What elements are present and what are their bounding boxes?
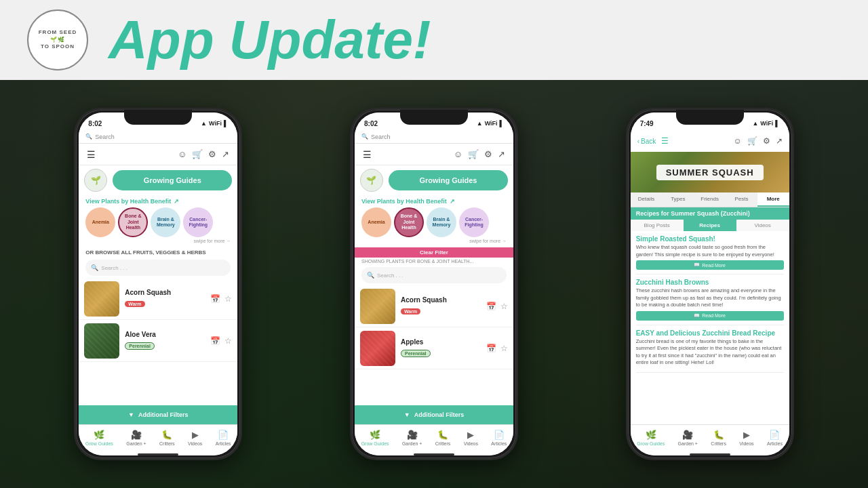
leaf-icon-2: 🌿	[370, 430, 380, 440]
swipe-hint: swipe for more →	[85, 237, 231, 245]
star-icon[interactable]: ☆	[500, 302, 508, 311]
phone-1: 8:02 ▲ WiFi ▌ 🔍 Search ☰ ☺ 🛒 ⚙ ↗	[74, 108, 242, 460]
share-icon[interactable]: ↗	[222, 149, 229, 159]
bubble-brain-memory-2[interactable]: Brain & Memory	[427, 207, 456, 237]
phone-1-plant-list: Acorn Squash Warm 📅 ☆ Aloe Vera Perennia…	[79, 278, 237, 405]
leaf-icon-3: 🌿	[646, 430, 656, 440]
phone-2-nav: ☰ ☺ 🛒 ⚙ ↗	[355, 144, 513, 165]
additional-filters-bar-2[interactable]: ▼ Additional Filters	[355, 405, 513, 424]
plant-info-acorn-2: Acorn Squash Warm	[401, 296, 481, 316]
back-button[interactable]: ‹ Back ☰	[637, 136, 669, 146]
nav-garden-2[interactable]: 🎥 Garden +	[402, 430, 422, 446]
plant-info-acorn: Acorn Squash Warm	[125, 289, 205, 308]
phone-3-header: ‹ Back ☰ ☺ 🛒 ⚙ ↗	[631, 130, 789, 152]
article-icon: 📄	[218, 430, 229, 440]
search-placeholder-2: Search . . .	[377, 272, 403, 279]
calendar-icon[interactable]: 📅	[486, 344, 496, 353]
nav-articles-2[interactable]: 📄 Articles	[491, 430, 507, 446]
nav-critters-2[interactable]: 🐛 Critters	[435, 430, 451, 446]
nav-grow-guides-3[interactable]: 🌿 Grow Guides	[637, 430, 665, 446]
health-title-2: View Plants by Health Benefit ↗	[361, 198, 507, 205]
squash-banner: SUMMER SQUASH	[631, 152, 789, 192]
nav-videos-2[interactable]: ▶ Videos	[464, 430, 478, 446]
emoji-icon[interactable]: ☺	[454, 149, 462, 159]
nav-videos[interactable]: ▶ Videos	[188, 430, 202, 446]
recipe-simple-roasted: Simple Roasted Squash! Who knew that squ…	[636, 231, 784, 274]
bubble-bone-joint-2[interactable]: Bone & Joint Health	[394, 207, 424, 237]
recipe-tab-recipes[interactable]: Recipes	[684, 220, 736, 231]
growing-guides-header-2: 🌱 Growing Guides	[355, 165, 513, 195]
emoji-icon[interactable]: ☺	[178, 149, 186, 159]
nav-critters[interactable]: 🐛 Critters	[159, 430, 175, 446]
bubble-cancer-fighting-2[interactable]: Cancer-Fighting	[459, 207, 489, 237]
recipe-tab-blog[interactable]: Blog Posts	[631, 220, 684, 231]
hamburger-icon-3[interactable]: ☰	[661, 136, 669, 146]
phone-3-bottom-nav: 🌿 Grow Guides 🎥 Garden + 🐛 Critters ▶ Vi…	[631, 424, 789, 453]
share-icon[interactable]: ↗	[498, 149, 505, 159]
settings-icon-3[interactable]: ⚙	[763, 136, 770, 146]
tab-details[interactable]: Details	[631, 192, 663, 207]
bubble-anemia[interactable]: Anemia	[85, 207, 115, 237]
health-title: View Plants by Health Benefit ↗	[85, 198, 231, 205]
nav-grow-guides-2[interactable]: 🌿 Grow Guides	[361, 430, 389, 446]
search-icon: 🔍	[85, 134, 92, 140]
growing-guides-button-2[interactable]: Growing Guides	[389, 170, 508, 190]
calendar-icon[interactable]: 📅	[210, 294, 220, 304]
tab-friends[interactable]: Friends	[694, 192, 726, 207]
nav-videos-3[interactable]: ▶ Videos	[739, 430, 753, 446]
growing-guides-button[interactable]: Growing Guides	[113, 170, 232, 190]
content-area: 8:02 ▲ WiFi ▌ 🔍 Search ☰ ☺ 🛒 ⚙ ↗	[0, 80, 868, 488]
plant-actions-aloe: 📅 ☆	[210, 336, 232, 346]
nav-articles[interactable]: 📄 Articles	[216, 430, 231, 446]
emoji-icon-3[interactable]: ☺	[733, 136, 741, 146]
share-icon-3[interactable]: ↗	[776, 136, 783, 146]
plant-thumb-apples	[360, 331, 395, 366]
tab-pests[interactable]: Pests	[726, 192, 757, 207]
recipe-list: Simple Roasted Squash! Who knew that squ…	[631, 231, 789, 424]
cart-icon[interactable]: 🛒	[192, 149, 203, 159]
settings-icon[interactable]: ⚙	[484, 149, 492, 159]
recipe-title-2: Zucchini Hash Browns	[636, 279, 784, 286]
cart-icon-3[interactable]: 🛒	[747, 136, 757, 146]
phone-3-screen: 7:49 ▲ WiFi ▌ ‹ Back ☰ ☺ 🛒 ⚙ ↗	[631, 113, 789, 455]
plant-info-apples: Apples Perennial	[401, 338, 481, 358]
phone-1-plant-search[interactable]: 🔍 Search . . .	[85, 260, 231, 276]
additional-filters-bar[interactable]: ▼ Additional Filters	[79, 405, 237, 424]
phone-2-plant-search[interactable]: 🔍 Search . . .	[361, 267, 507, 283]
star-icon[interactable]: ☆	[500, 344, 508, 353]
star-icon[interactable]: ☆	[224, 336, 232, 346]
calendar-icon[interactable]: 📅	[210, 336, 220, 346]
critter-icon-3: 🐛	[713, 430, 724, 440]
bubble-bone-joint[interactable]: Bone & Joint Health	[118, 207, 148, 237]
phone-1-search-bar[interactable]: 🔍 Search	[79, 130, 237, 144]
filters-label-2: Additional Filters	[414, 411, 465, 418]
read-more-btn-1[interactable]: 📖 Read More	[636, 260, 784, 270]
nav-grow-guides[interactable]: 🌿 Grow Guides	[85, 430, 113, 446]
hamburger-icon[interactable]: ☰	[363, 149, 372, 160]
logo-plant-icon: 🌱🌿	[50, 37, 65, 43]
clear-filter-bar[interactable]: Clear Filter	[355, 247, 513, 258]
bubble-brain-memory[interactable]: Brain & Memory	[151, 207, 180, 237]
tab-types[interactable]: Types	[662, 192, 694, 207]
nav-garden-3[interactable]: 🎥 Garden +	[678, 430, 698, 446]
hamburger-icon[interactable]: ☰	[87, 149, 96, 160]
plant-item-acorn-2: Acorn Squash Warm 📅 ☆	[355, 285, 513, 327]
phone-2-search-bar[interactable]: 🔍 Search	[355, 130, 513, 144]
bubble-cancer-fighting[interactable]: Cancer-Fighting	[183, 207, 213, 237]
recipe-tab-videos[interactable]: Videos	[736, 220, 789, 231]
nav-garden[interactable]: 🎥 Garden +	[126, 430, 146, 446]
plant-thumb-acorn	[84, 281, 119, 317]
bubble-anemia-2[interactable]: Anemia	[361, 207, 391, 237]
nav-critters-3[interactable]: 🐛 Critters	[711, 430, 726, 446]
nav-articles-3[interactable]: 📄 Articles	[767, 430, 783, 446]
phone-3-nav-icons: ☺ 🛒 ⚙ ↗	[733, 136, 782, 146]
search-placeholder: Search . . .	[101, 265, 127, 271]
nav-label-grow-3: Grow Guides	[637, 441, 665, 446]
tab-more[interactable]: More	[757, 192, 789, 207]
star-icon[interactable]: ☆	[224, 294, 232, 304]
read-more-btn-2[interactable]: 📖 Read More	[636, 311, 784, 321]
cart-icon[interactable]: 🛒	[468, 149, 479, 159]
settings-icon[interactable]: ⚙	[208, 149, 216, 159]
calendar-icon[interactable]: 📅	[486, 302, 496, 311]
recipe-desc-2: These zucchini hash browns are amazing a…	[636, 287, 784, 309]
